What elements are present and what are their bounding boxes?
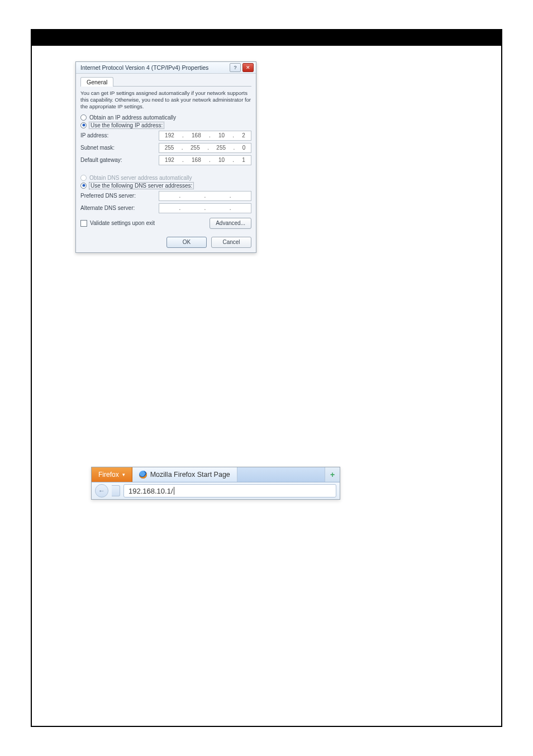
dialog-titlebar: Internet Protocol Version 4 (TCP/IPv4) P… bbox=[76, 62, 256, 74]
plus-icon: + bbox=[330, 470, 335, 479]
alternate-dns-label: Alternate DNS server: bbox=[80, 205, 159, 211]
subnet-mask-label: Subnet mask: bbox=[80, 145, 159, 151]
help-icon: ? bbox=[234, 65, 236, 70]
arrow-left-icon: ← bbox=[98, 487, 105, 495]
info-text: You can get IP settings assigned automat… bbox=[80, 90, 251, 110]
alternate-dns-input[interactable]: . . . bbox=[159, 203, 251, 213]
new-tab-button[interactable]: + bbox=[325, 467, 340, 482]
preferred-dns-row: Preferred DNS server: . . . bbox=[80, 191, 251, 201]
firefox-menu-label: Firefox bbox=[98, 471, 119, 479]
browser-tab-title: Mozilla Firefox Start Page bbox=[150, 471, 230, 479]
subnet-mask-row: Subnet mask: 255. 255. 255. 0 bbox=[80, 143, 251, 153]
close-button[interactable]: ✕ bbox=[242, 63, 254, 72]
subnet-mask-input[interactable]: 255. 255. 255. 0 bbox=[159, 143, 251, 153]
advanced-button[interactable]: Advanced... bbox=[210, 218, 251, 229]
firefox-tab-strip: Firefox ▾ Mozilla Firefox Start Page + bbox=[92, 467, 340, 482]
firefox-logo-icon bbox=[139, 471, 147, 479]
document-header-bar bbox=[32, 30, 501, 46]
tab-general[interactable]: General bbox=[80, 77, 113, 87]
chevron-down-icon: ▾ bbox=[122, 472, 125, 477]
ip-address-input[interactable]: 192. 168. 10. 2 bbox=[159, 131, 251, 141]
radio-label: Use the following IP address: bbox=[89, 122, 164, 128]
firefox-window: Firefox ▾ Mozilla Firefox Start Page + ←… bbox=[91, 467, 340, 500]
radio-icon bbox=[80, 175, 87, 181]
radio-icon bbox=[80, 183, 87, 189]
firefox-menu-button[interactable]: Firefox ▾ bbox=[92, 467, 132, 482]
forward-button[interactable] bbox=[112, 485, 120, 496]
default-gateway-label: Default gateway: bbox=[80, 157, 159, 163]
cancel-button[interactable]: Cancel bbox=[211, 237, 251, 248]
url-value: 192.168.10.1/ bbox=[129, 487, 173, 495]
help-button[interactable]: ? bbox=[230, 63, 241, 72]
preferred-dns-input[interactable]: . . . bbox=[159, 191, 251, 201]
firefox-toolbar: ← 192.168.10.1/ bbox=[92, 482, 340, 499]
radio-use-following-dns[interactable]: Use the following DNS server addresses: bbox=[80, 183, 251, 189]
radio-label: Obtain an IP address automatically bbox=[89, 114, 176, 121]
radio-label: Use the following DNS server addresses: bbox=[89, 183, 193, 189]
validate-settings-label: Validate settings upon exit bbox=[90, 220, 155, 226]
browser-tab-start-page[interactable]: Mozilla Firefox Start Page bbox=[132, 467, 237, 482]
default-gateway-row: Default gateway: 192. 168. 10. 1 bbox=[80, 155, 251, 165]
close-icon: ✕ bbox=[246, 65, 250, 70]
radio-label: Obtain DNS server address automatically bbox=[89, 175, 192, 181]
back-button[interactable]: ← bbox=[95, 484, 108, 497]
url-bar[interactable]: 192.168.10.1/ bbox=[123, 484, 336, 497]
alternate-dns-row: Alternate DNS server: . . . bbox=[80, 203, 251, 213]
radio-icon bbox=[80, 114, 87, 121]
tab-strip: General bbox=[80, 77, 251, 87]
text-caret-icon bbox=[174, 487, 174, 495]
ip-address-label: IP address: bbox=[80, 132, 159, 138]
tcpip-properties-dialog: Internet Protocol Version 4 (TCP/IPv4) P… bbox=[75, 61, 256, 253]
dialog-title: Internet Protocol Version 4 (TCP/IPv4) P… bbox=[80, 64, 208, 71]
radio-obtain-ip-auto[interactable]: Obtain an IP address automatically bbox=[80, 114, 251, 121]
default-gateway-input[interactable]: 192. 168. 10. 1 bbox=[159, 155, 251, 165]
radio-use-following-ip[interactable]: Use the following IP address: bbox=[80, 122, 251, 128]
checkbox-icon bbox=[80, 220, 87, 227]
preferred-dns-label: Preferred DNS server: bbox=[80, 193, 159, 199]
ip-address-row: IP address: 192. 168. 10. 2 bbox=[80, 131, 251, 141]
ok-button[interactable]: OK bbox=[166, 237, 207, 248]
radio-icon bbox=[80, 122, 87, 128]
radio-obtain-dns-auto: Obtain DNS server address automatically bbox=[80, 175, 251, 181]
document-frame: Internet Protocol Version 4 (TCP/IPv4) P… bbox=[31, 29, 502, 727]
